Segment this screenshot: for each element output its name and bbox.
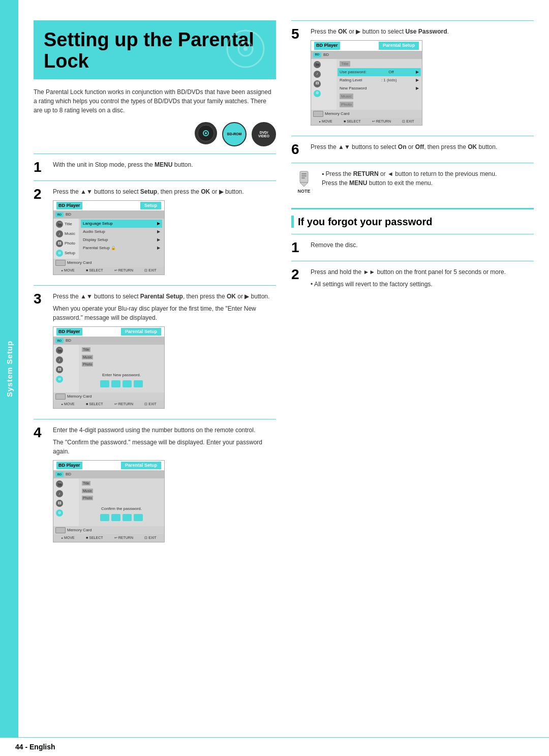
step-6: 6 Press the ▲▼ buttons to select On or O…: [291, 136, 534, 163]
sidebar-music3: ♪: [54, 489, 78, 498]
sidebar-title: 🎬 Title: [54, 220, 78, 229]
ui-body4: 🎬 ♪ 🖼 ⚙: [311, 59, 422, 110]
ui-setup-label: Setup: [140, 202, 161, 210]
ui-memory-card4: Memory Card: [311, 110, 422, 118]
title-icon2: 🎬: [56, 347, 63, 354]
svg-point-5: [205, 132, 207, 134]
step-6-content: Press the ▲▼ buttons to select On or Off…: [311, 142, 534, 157]
ui-sidebar2: 🎬 ♪ 🖼 ⚙: [53, 345, 79, 392]
setup-icon3: ⚙: [56, 509, 63, 517]
sidebar-music: ♪ Music: [54, 229, 78, 238]
ui-bd-icon4: BD: [313, 52, 321, 57]
ui-footer3: ⬥ MOVE■ SELECT↩ RETURN⊡ EXIT: [53, 534, 164, 542]
sidebar-setup2: ⚙: [54, 375, 78, 384]
sidebar-title2: 🎬: [54, 346, 78, 355]
title-section: Setting up the Parental Lock: [34, 20, 276, 79]
ui-memory-card3: Memory Card: [53, 526, 164, 534]
photo-icon3: 🖼: [56, 500, 63, 507]
confirm-dot-4: [134, 514, 143, 521]
sidebar-setup3: ⚙: [54, 508, 78, 518]
left-column: Setting up the Parental Lock The Parenta…: [34, 20, 276, 722]
side-tab: System Setup: [0, 0, 18, 737]
music-icon2: ♪: [56, 356, 63, 364]
step-5: 5 Press the OK or ▶ button to select Use…: [291, 20, 534, 136]
title-icon4: 🎬: [314, 61, 321, 68]
ui-bd-row4: BD BD: [311, 51, 422, 59]
photo-icon: 🖼: [56, 240, 63, 247]
step-5-content: Press the OK or ▶ button to select Use P…: [311, 27, 534, 130]
step-3-number: 3: [34, 292, 48, 413]
forgot-step-2-number: 2: [291, 267, 306, 292]
ui-bd-player-label4: BD Player: [314, 42, 340, 50]
ui-footer: ⬥ MOVE■ SELECT↩ RETURN⊡ EXIT: [53, 267, 164, 275]
ui-sidebar: 🎬 Title ♪ Music 🖼 Photo: [53, 219, 79, 259]
sidebar-photo4: 🖼: [312, 79, 336, 88]
setup-icon2: ⚙: [56, 376, 63, 383]
ui-confirm-content: Title Music Photo Confirm the password.: [79, 478, 164, 526]
page-footer: 44 - English: [0, 737, 549, 756]
enter-password-screenshot: BD Player Parental Setup BD BD 🎬: [53, 326, 165, 409]
forgot-password-section: If you forgot your password 1 Remove the…: [291, 208, 534, 298]
confirm-password-text: Confirm the password.: [80, 502, 163, 525]
new-password-row: New Password▶: [338, 84, 421, 93]
setup-icon4: ⚙: [314, 90, 321, 97]
ui-body: 🎬 Title ♪ Music 🖼 Photo: [53, 219, 164, 259]
use-password-screenshot: BD Player Parental Setup BD BD 🎬: [311, 40, 422, 126]
step-4-number: 4: [34, 426, 48, 547]
ui-setup-header: BD Player Setup: [53, 201, 164, 211]
step-3-content: Press the ▲▼ buttons to select Parental …: [53, 292, 276, 413]
sidebar-music4: ♪: [312, 70, 336, 79]
sidebar-title3: 🎬: [54, 479, 78, 489]
ui-bd-icon2: BD: [55, 338, 64, 343]
memory-card-icon4: [313, 111, 323, 117]
dot-4: [134, 380, 143, 387]
ui-footer2: ⬥ MOVE■ SELECT↩ RETURN⊡ EXIT: [53, 401, 164, 408]
sidebar-music2: ♪: [54, 355, 78, 365]
svg-point-2: [243, 47, 248, 51]
title-icon: 🎬: [56, 221, 63, 228]
music-icon3: ♪: [56, 490, 63, 497]
music-icon4: ♪: [314, 71, 321, 78]
step-1: 1 With the unit in Stop mode, press the …: [34, 154, 276, 180]
right-column: 5 Press the OK or ▶ button to select Use…: [291, 20, 534, 722]
enter-password-text: Enter New password.: [80, 368, 163, 391]
setup-menu-screenshot: BD Player Setup BD BD 🎬 Title: [53, 200, 165, 275]
title-icon3: 🎬: [56, 480, 63, 488]
note-icon-area: NOTE: [291, 169, 317, 194]
memory-card-icon3: [55, 527, 66, 533]
dvd-video-label-icon: DVD/VIDEO: [252, 122, 276, 146]
step-1-content: With the unit in Stop mode, press the ME…: [53, 160, 276, 174]
ui-bd-text: BD: [66, 211, 71, 218]
step-6-number: 6: [291, 142, 306, 157]
ui-bd-icon: BD: [55, 212, 64, 217]
forgot-title: If you forgot your password: [291, 216, 534, 228]
confirm-dot-1: [100, 514, 109, 521]
ui-use-pass-content: Title Use password:Off▶ Rating Level: 1 …: [337, 59, 422, 110]
svg-rect-9: [301, 177, 305, 178]
forgot-step-2-content: Press and hold the ►► button on the fron…: [311, 267, 534, 292]
dot-1: [100, 380, 109, 387]
step-2-content: Press the ▲▼ buttons to select Setup, th…: [53, 187, 276, 279]
step-3: 3 Press the ▲▼ buttons to select Parenta…: [34, 285, 276, 419]
use-password-row: Use password:Off▶: [338, 68, 421, 76]
photo-icon4: 🖼: [314, 80, 321, 87]
sidebar-photo3: 🖼: [54, 499, 78, 508]
memory-card-icon: [55, 260, 66, 266]
ui-parental-label2: Parental Setup: [121, 462, 161, 470]
ui-bd-player-label2: BD Player: [56, 328, 82, 336]
ui-sidebar3: 🎬 ♪ 🖼 ⚙: [53, 478, 79, 526]
menu-parental-setup: Parental Setup 🔒▶: [81, 244, 162, 252]
svg-rect-7: [301, 173, 307, 174]
ui-memory-card: Memory Card: [53, 259, 164, 267]
sidebar-setup4: ⚙: [312, 89, 336, 98]
note-content: ▪ Press the RETURN or ◄ button to return…: [322, 169, 534, 194]
step-2-number: 2: [34, 187, 48, 279]
note-label: NOTE: [297, 189, 310, 194]
sidebar-photo: 🖼 Photo: [54, 239, 78, 248]
confirm-dot-3: [123, 514, 132, 521]
ui-use-pass-header: BD Player Parental Setup: [311, 41, 422, 51]
ui-body3: 🎬 ♪ 🖼 ⚙: [53, 478, 164, 526]
svg-rect-8: [301, 175, 307, 176]
step-4: 4 Enter the 4-digit password using the n…: [34, 419, 276, 553]
step-1-number: 1: [34, 160, 48, 174]
